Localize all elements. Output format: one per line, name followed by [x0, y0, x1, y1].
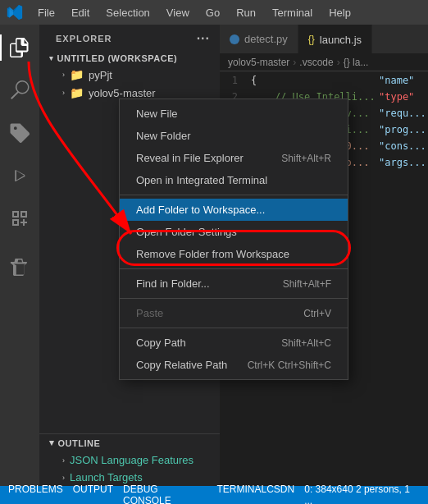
breadcrumb-part-3[interactable]: {} la...: [344, 57, 369, 68]
menu-edit[interactable]: Edit: [65, 5, 96, 21]
status-debug[interactable]: DEBUG CONSOLE: [123, 483, 207, 504]
outline-item-chevron-icon: ›: [62, 456, 65, 465]
status-terminal[interactable]: TERMINAL: [217, 483, 267, 504]
ctx-copy-path[interactable]: Copy Path Shift+Alt+C: [120, 332, 348, 354]
activity-bar: [0, 25, 39, 486]
ctx-remove-folder-label: Remove Folder from Workspace: [136, 248, 289, 260]
outline-item-chevron-icon: ›: [62, 474, 65, 482]
breadcrumb-part-1[interactable]: yolov5-master: [228, 57, 289, 68]
ctx-paste[interactable]: Paste Ctrl+V: [120, 302, 348, 324]
menu-selection[interactable]: Selection: [99, 5, 156, 21]
menu-bar: File Edit Selection View Go Run Terminal…: [0, 0, 428, 25]
vscode-logo-icon: [7, 4, 23, 21]
right-code-type: "type": [379, 89, 428, 105]
status-problems[interactable]: PROBLEMS: [8, 483, 63, 504]
ctx-separator-1: [120, 195, 348, 195]
status-right: CSDN 0: 384x640 2 persons, 1 ...: [266, 483, 420, 504]
workspace-title[interactable]: ▾ UNTITLED (WORKSPACE): [39, 51, 220, 66]
ctx-remove-folder[interactable]: Remove Folder from Workspace: [120, 243, 348, 265]
workspace-chevron-icon: ▾: [49, 54, 54, 62]
sidebar-item-extensions[interactable]: [0, 199, 39, 238]
folder-label: pyPjt: [89, 69, 112, 81]
ctx-folder-settings-label: Open Folder Settings: [136, 226, 237, 238]
status-info: 0: 384x640 2 persons, 1 ...: [304, 483, 420, 504]
outline-item-json[interactable]: › JSON Language Features: [39, 451, 220, 469]
menu-run[interactable]: Run: [230, 5, 262, 21]
folder-chevron-icon: ›: [62, 71, 65, 79]
ctx-separator-2: [120, 268, 348, 269]
folder-label: yolov5-master: [89, 87, 156, 99]
right-code-args: "args...: [379, 154, 428, 171]
ctx-copy-rel-label: Copy Relative Path: [136, 359, 227, 371]
ctx-find-label: Find in Folder...: [136, 277, 210, 290]
sidebar-item-explorer[interactable]: [0, 28, 39, 67]
outline-label: OUTLINE: [58, 438, 101, 448]
breadcrumb: yolov5-master › .vscode › {} la...: [220, 53, 428, 71]
ctx-new-folder-label: New Folder: [136, 130, 190, 142]
ctx-add-folder-workspace[interactable]: Add Folder to Workspace...: [120, 199, 348, 221]
sidebar-item-pypjt[interactable]: › 📁 pyPjt: [39, 66, 220, 84]
menu-go[interactable]: Go: [199, 5, 226, 21]
status-csdn: CSDN: [266, 483, 294, 504]
breadcrumb-part-2[interactable]: .vscode: [299, 57, 333, 68]
status-output[interactable]: OUTPUT: [73, 483, 113, 504]
ctx-copy-path-shortcut: Shift+Alt+C: [281, 337, 331, 349]
breadcrumb-sep-2: ›: [337, 57, 340, 68]
sidebar-more-button[interactable]: ···: [197, 31, 210, 46]
ctx-separator-3: [120, 298, 348, 299]
ctx-new-folder[interactable]: New Folder: [120, 125, 348, 147]
outline-item-label: Launch Targets: [70, 471, 143, 483]
workspace-section: ▾ UNTITLED (WORKSPACE) › 📁 pyPjt › 📁 yol…: [39, 49, 220, 103]
right-code-requ: "requ...: [379, 105, 428, 121]
right-code-prog: "prog...: [379, 121, 428, 138]
sidebar-title: EXPLORER: [56, 34, 112, 44]
outline-section: ▾ OUTLINE › JSON Language Features › Lau…: [39, 433, 220, 486]
sidebar-item-git[interactable]: [0, 113, 39, 153]
ctx-open-folder-settings[interactable]: Open Folder Settings: [120, 221, 348, 243]
menu-terminal[interactable]: Terminal: [266, 5, 319, 21]
ctx-find-shortcut: Shift+Alt+F: [283, 278, 331, 290]
workspace-name: UNTITLED (WORKSPACE): [57, 53, 178, 63]
outline-chevron-icon: ▾: [49, 438, 55, 448]
sidebar-item-search[interactable]: [0, 71, 39, 110]
ctx-open-terminal[interactable]: Open in Integrated Terminal: [120, 169, 348, 191]
line-number: 1: [226, 75, 251, 86]
ctx-reveal-label: Reveal in File Explorer: [136, 152, 244, 164]
ctx-separator-4: [120, 328, 348, 328]
outline-title[interactable]: ▾ OUTLINE: [39, 434, 220, 451]
ctx-reveal-shortcut: Shift+Alt+R: [281, 153, 331, 164]
ctx-copy-path-label: Copy Path: [136, 337, 186, 349]
ctx-find-in-folder[interactable]: Find in Folder... Shift+Alt+F: [120, 273, 348, 295]
outline-item-label: JSON Language Features: [70, 454, 194, 466]
sidebar-item-test[interactable]: [0, 248, 39, 287]
ctx-copy-rel-shortcut: Ctrl+K Ctrl+Shift+C: [248, 360, 331, 371]
ctx-terminal-label: Open in Integrated Terminal: [136, 174, 267, 186]
breadcrumb-sep-1: ›: [293, 57, 296, 68]
folder-icon: 📁: [70, 68, 84, 81]
tab-launch-js[interactable]: {} launch.js: [298, 25, 372, 53]
tab-label: detect.py: [244, 33, 288, 45]
menu-view[interactable]: View: [160, 5, 196, 21]
folder-icon: 📁: [70, 86, 84, 99]
right-code-cons: "cons...: [379, 138, 428, 154]
ctx-copy-relative-path[interactable]: Copy Relative Path Ctrl+K Ctrl+Shift+C: [120, 354, 348, 376]
status-bar: PROBLEMS OUTPUT DEBUG CONSOLE TERMINAL C…: [0, 486, 428, 504]
tab-detect-py[interactable]: detect.py: [220, 25, 298, 53]
ctx-add-folder-label: Add Folder to Workspace...: [136, 204, 265, 216]
ctx-new-file[interactable]: New File: [120, 103, 348, 125]
code-content: {: [251, 75, 257, 86]
menu-help[interactable]: Help: [322, 5, 357, 21]
ctx-new-file-label: New File: [136, 108, 178, 120]
right-code-name: "name": [379, 72, 428, 89]
json-brace-icon: {}: [308, 34, 315, 45]
menu-file[interactable]: File: [31, 5, 61, 21]
ctx-paste-shortcut: Ctrl+V: [303, 308, 331, 319]
sidebar-header: EXPLORER ···: [39, 25, 220, 49]
ctx-reveal-file-explorer[interactable]: Reveal in File Explorer Shift+Alt+R: [120, 147, 348, 169]
tab-label: launch.js: [320, 34, 362, 46]
sidebar-item-run[interactable]: [0, 156, 39, 195]
tab-bar: detect.py {} launch.js: [220, 25, 428, 53]
folder-chevron-icon: ›: [62, 89, 65, 97]
ctx-paste-label: Paste: [136, 307, 163, 319]
status-left: PROBLEMS OUTPUT DEBUG CONSOLE TERMINAL: [8, 483, 266, 504]
